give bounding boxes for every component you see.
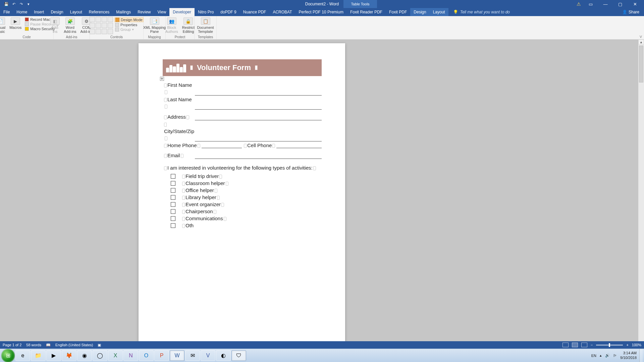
taskbar-file-explorer[interactable]: 📁	[31, 350, 46, 361]
tray-volume-icon[interactable]: 🔊	[605, 353, 610, 358]
table-move-handle[interactable]: ✥	[160, 77, 164, 81]
tray-clock[interactable]: 3:14 AM 9/10/2018	[620, 351, 637, 360]
checkbox-event-organizer[interactable]	[171, 202, 175, 207]
tab-file[interactable]: File	[0, 8, 13, 16]
last-name-field[interactable]	[195, 104, 322, 110]
design-mode-toggle[interactable]: Design Mode	[114, 17, 144, 22]
taskbar-chrome[interactable]: ◉	[77, 350, 92, 361]
tab-foxit-pdf[interactable]: Foxit PDF	[386, 8, 410, 16]
ribbon-group-label: Mapping	[148, 35, 161, 39]
tray-action-center-icon[interactable]: 🏳	[613, 354, 617, 358]
checkbox-library-helper[interactable]	[171, 195, 175, 200]
visual-basic-button[interactable]: 📄Visual Basic	[0, 17, 7, 34]
city-state-zip-field[interactable]	[195, 135, 322, 141]
tab-insert[interactable]: Insert	[31, 8, 47, 16]
xml-mapping-pane-button[interactable]: 📑XML Mapping Pane	[142, 17, 167, 34]
tab-home[interactable]: Home	[13, 8, 31, 16]
taskbar-thunderbird[interactable]: ✉	[185, 350, 200, 361]
checkbox-other[interactable]	[171, 223, 175, 228]
read-mode-view-button[interactable]	[562, 343, 569, 347]
checkbox-chairperson[interactable]	[171, 209, 175, 214]
tab-table-design[interactable]: Design	[410, 8, 429, 16]
taskbar-app-grey[interactable]: ◯	[93, 350, 107, 361]
taskbar-app-blue[interactable]: ◐	[216, 350, 231, 361]
content-control-gallery[interactable]	[90, 17, 113, 34]
taskbar-powerpoint[interactable]: P	[154, 350, 169, 361]
redo-icon[interactable]: ↷	[19, 2, 23, 6]
checkbox-office-helper[interactable]	[171, 188, 175, 193]
restrict-editing-button[interactable]: 🔒Restrict Editing	[181, 17, 196, 34]
zoom-in-button[interactable]: +	[626, 343, 628, 347]
content-control-tag-icon	[190, 65, 193, 70]
home-phone-field[interactable]	[202, 142, 242, 148]
zoom-level[interactable]: 100%	[632, 343, 641, 347]
form-title: Volunteer Form	[197, 63, 251, 72]
tab-review[interactable]: Review	[134, 8, 154, 16]
save-icon[interactable]: 💾	[4, 2, 9, 6]
word-addins-button[interactable]: 🧩Word Add-ins	[62, 17, 77, 34]
tab-view[interactable]: View	[154, 8, 170, 16]
taskbar-excel[interactable]: X	[108, 350, 123, 361]
checkbox-communications[interactable]	[171, 216, 175, 221]
taskbar-ie[interactable]: е	[15, 350, 30, 361]
tab-references[interactable]: References	[86, 8, 113, 16]
taskbar-firefox[interactable]: 🦊	[62, 350, 76, 361]
taskbar-visio[interactable]: V	[201, 350, 215, 361]
page-number-status[interactable]: Page 1 of 2	[3, 343, 21, 347]
zoom-out-button[interactable]: −	[591, 343, 593, 347]
zoom-slider[interactable]	[596, 345, 623, 346]
activity-label: Field trip driver	[185, 173, 219, 179]
warning-icon[interactable]: ⚠	[577, 1, 581, 7]
word-count-status[interactable]: 58 words	[26, 343, 41, 347]
tab-acrobat[interactable]: ACROBAT	[269, 8, 295, 16]
tab-nuance-pdf[interactable]: Nuance PDF	[240, 8, 270, 16]
ribbon-display-options-icon[interactable]: ▭	[586, 0, 596, 8]
cell-phone-field[interactable]	[276, 142, 322, 148]
checkbox-classroom-helper[interactable]	[171, 181, 175, 186]
qat-customize-icon[interactable]: ▾	[26, 2, 31, 6]
language-status[interactable]: English (United States)	[55, 343, 93, 347]
tab-design[interactable]: Design	[47, 8, 66, 16]
macro-record-status-icon[interactable]: ▣	[98, 343, 101, 347]
start-button[interactable]: ⊞	[1, 349, 15, 362]
taskbar-word[interactable]: W	[170, 350, 184, 361]
address-field[interactable]	[195, 114, 322, 120]
taskbar-outlook[interactable]: O	[139, 350, 154, 361]
email-field[interactable]	[195, 153, 322, 159]
tab-layout[interactable]: Layout	[67, 8, 86, 16]
collapse-ribbon-button[interactable]: ᐯ	[640, 35, 642, 39]
checkbox-field-trip[interactable]	[171, 174, 175, 179]
windows-taskbar: ⊞ е 📁 ▶ 🦊 ◉ ◯ X N O P W ✉ V ◐ 🛡 EN ▴ 🔊 🏳…	[0, 349, 644, 362]
maximize-button[interactable]: ▢	[615, 0, 625, 8]
minimize-button[interactable]: —	[600, 0, 610, 8]
taskbar-media-player[interactable]: ▶	[46, 350, 61, 361]
properties-button[interactable]: Properties	[114, 23, 144, 27]
tab-perfect-pdf[interactable]: Perfect PDF 10 Premium	[296, 8, 347, 16]
scroll-thumb[interactable]	[639, 46, 643, 82]
tab-developer[interactable]: Developer	[169, 8, 195, 16]
vertical-scrollbar[interactable]: ▲ ▼	[638, 40, 644, 346]
system-tray: EN ▴ 🔊 🏳 3:14 AM 9/10/2018	[591, 351, 639, 360]
show-desktop-button[interactable]	[639, 349, 643, 362]
tell-me-search[interactable]: 💡 Tell me what you want to do	[453, 8, 510, 16]
web-layout-view-button[interactable]	[581, 343, 587, 347]
share-button[interactable]: 👤 Share	[622, 8, 639, 16]
tray-show-hidden-icon[interactable]: ▴	[600, 353, 602, 358]
spellcheck-icon[interactable]: 📖	[46, 343, 51, 347]
first-name-field[interactable]	[195, 89, 322, 96]
document-template-button[interactable]: 📋Document Template	[196, 17, 215, 34]
taskbar-onenote[interactable]: N	[123, 350, 138, 361]
document-page[interactable]: Volunteer Form ✥ First Name Last Name Ad…	[139, 43, 345, 345]
tab-mailings[interactable]: Mailings	[113, 8, 134, 16]
tab-dopdf[interactable]: doPDF 9	[217, 8, 239, 16]
tab-nitro-pro[interactable]: Nitro Pro	[195, 8, 217, 16]
macros-button[interactable]: ▶Macros	[8, 17, 23, 30]
tab-table-layout[interactable]: Layout	[430, 8, 448, 16]
tab-foxit-reader[interactable]: Foxit Reader PDF	[347, 8, 386, 16]
taskbar-uac-shield[interactable]: 🛡	[231, 350, 246, 361]
print-layout-view-button[interactable]	[572, 343, 578, 347]
close-button[interactable]: ✕	[630, 0, 640, 8]
scroll-up-button[interactable]: ▲	[638, 40, 644, 45]
undo-icon[interactable]: ↶	[11, 2, 16, 6]
tray-language[interactable]: EN	[591, 354, 596, 358]
